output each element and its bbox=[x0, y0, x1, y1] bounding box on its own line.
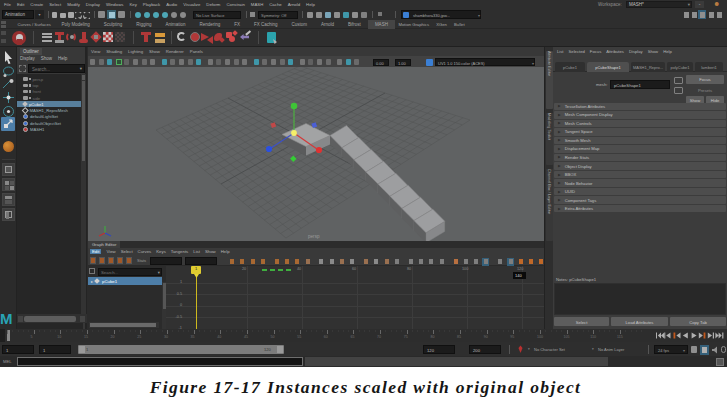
svg-text:persp: persp bbox=[308, 234, 320, 239]
